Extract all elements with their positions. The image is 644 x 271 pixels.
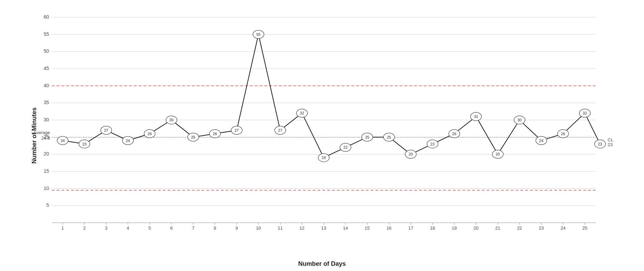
svg-text:30: 30 (169, 118, 174, 122)
svg-text:23: 23 (539, 225, 544, 231)
x-axis-label: Number of Days (298, 260, 346, 268)
svg-text:24: 24 (539, 139, 543, 143)
svg-text:25: 25 (387, 135, 391, 139)
svg-text:30: 30 (43, 117, 49, 122)
svg-text:3: 3 (105, 225, 107, 231)
svg-text:21: 21 (495, 225, 500, 231)
svg-text:22: 22 (517, 225, 522, 231)
svg-text:7: 7 (192, 225, 194, 231)
svg-text:32: 32 (300, 111, 304, 115)
svg-text:8: 8 (214, 225, 216, 231)
svg-text:24: 24 (60, 139, 65, 143)
svg-text:50: 50 (43, 48, 49, 54)
svg-text:13: 13 (321, 225, 326, 231)
svg-text:15: 15 (43, 168, 49, 174)
svg-text:45: 45 (43, 66, 49, 71)
svg-text:40: 40 (43, 83, 49, 88)
y-axis-label: Number of Minutes (31, 107, 38, 163)
svg-text:27: 27 (235, 128, 239, 132)
svg-text:20: 20 (43, 151, 49, 157)
svg-text:9: 9 (235, 225, 238, 231)
svg-text:23: 23 (598, 142, 602, 146)
svg-text:CL: CL (608, 137, 614, 142)
svg-text:11: 11 (278, 225, 283, 231)
svg-text:25: 25 (191, 135, 195, 139)
svg-text:2: 2 (83, 225, 86, 231)
svg-text:35: 35 (43, 100, 49, 105)
svg-text:27: 27 (278, 128, 282, 132)
svg-text:26: 26 (213, 132, 217, 136)
svg-text:26: 26 (561, 132, 565, 136)
svg-text:26: 26 (148, 132, 152, 136)
svg-text:55: 55 (43, 31, 49, 37)
svg-text:55: 55 (256, 32, 261, 37)
svg-text:6: 6 (170, 225, 173, 231)
svg-text:20: 20 (496, 152, 500, 156)
svg-text:25: 25 (582, 225, 587, 231)
svg-text:26: 26 (452, 132, 456, 136)
svg-text:27: 27 (104, 128, 108, 132)
svg-text:19: 19 (452, 225, 457, 231)
svg-text:12: 12 (300, 225, 304, 231)
svg-text:16: 16 (387, 225, 391, 231)
svg-text:15: 15 (365, 225, 370, 231)
svg-text:18: 18 (430, 225, 435, 231)
svg-text:20: 20 (409, 152, 413, 156)
svg-text:20: 20 (474, 225, 478, 231)
svg-text:31: 31 (474, 114, 478, 119)
svg-text:10: 10 (256, 225, 261, 231)
svg-text:19: 19 (322, 155, 326, 160)
svg-text:24.9: 24.9 (41, 136, 50, 141)
svg-text:1: 1 (61, 225, 64, 231)
svg-text:23: 23 (608, 142, 613, 147)
svg-text:4: 4 (127, 225, 129, 231)
svg-text:60: 60 (43, 14, 49, 20)
svg-text:14: 14 (343, 225, 348, 231)
svg-text:25: 25 (365, 135, 369, 139)
svg-text:24: 24 (560, 225, 565, 231)
svg-text:32: 32 (583, 111, 587, 115)
svg-text:24: 24 (126, 139, 130, 143)
svg-text:22: 22 (343, 145, 348, 149)
svg-text:5: 5 (46, 202, 49, 208)
svg-text:10: 10 (43, 185, 49, 191)
line-chart: 5101520253035404550556012345678910111213… (31, 10, 623, 237)
svg-text:5: 5 (148, 225, 151, 231)
chart-container: Number of Minutes Number of Days 5101520… (0, 0, 644, 271)
svg-text:17: 17 (408, 225, 413, 231)
svg-text:23: 23 (82, 142, 86, 146)
svg-text:23: 23 (430, 142, 435, 146)
svg-text:30: 30 (517, 118, 521, 122)
